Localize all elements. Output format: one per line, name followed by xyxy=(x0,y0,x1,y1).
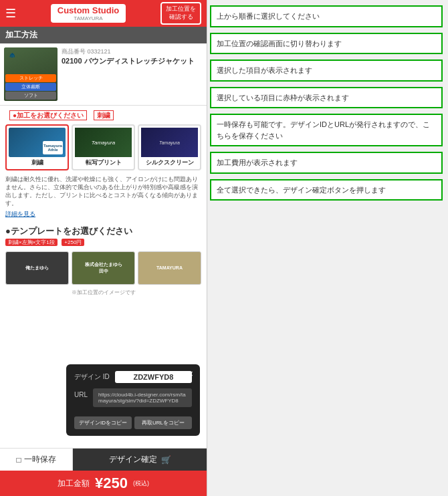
popup-design-id-value: ZDZWFYD8 xyxy=(115,371,192,383)
bottom-bar: □ 一時保存 デザイン確定 🛒 xyxy=(0,448,207,471)
product-code: 商品番号 0332121 xyxy=(62,47,203,56)
method-card-transfer[interactable]: Tamayura 転写プリント xyxy=(72,124,135,170)
callout-panel: 上から順番に選択してください 加工位置の確認画面に切り替わります 選択した項目が… xyxy=(207,0,448,496)
confirm-label: デザイン確定 xyxy=(109,454,157,465)
app-header: ☰ Custom Studio TAMAYURA 加工位置を 確認する xyxy=(0,0,207,27)
embroidery-label: 刺繍 xyxy=(9,158,66,167)
brand-sub: TAMAYURA xyxy=(74,15,102,21)
transfer-label: 転写プリント xyxy=(75,158,132,167)
callout-box-7: 全て選択できたら、デザイン確定ボタンを押します xyxy=(210,179,443,201)
callout-row-1: 上から順番に選択してください xyxy=(210,5,445,27)
tag-stretch: ストレッチ xyxy=(5,74,56,82)
template-sub-badge: 刺繍×左胸×文字1段 xyxy=(5,239,58,246)
processing-select-label: ●加工をお選びください 刺繍 xyxy=(0,106,207,122)
brand-name: Custom Studio xyxy=(58,5,119,15)
price-label: 加工金額 xyxy=(58,478,90,489)
template-sub-price: +250円 xyxy=(62,239,84,246)
callout-box-6: 加工費用が表示されます xyxy=(210,152,443,174)
cart-icon: 🛒 xyxy=(161,455,171,465)
processing-description: 刺繍は耐久性に優れ、洗濯や乾燥にも強く、アイロンがけにも問題ありません。さらに、… xyxy=(0,173,207,211)
template-select-label: ●テンプレートをお選びください xyxy=(0,221,207,239)
product-name: 02100 バウンディストレッチジャケット xyxy=(62,56,203,66)
method-card-silkscreen[interactable]: Tamayura シルクスクリーン xyxy=(138,124,201,170)
silkscreen-label: シルクスクリーン xyxy=(141,158,198,167)
price-tax-note: (税込) xyxy=(133,479,149,488)
selected-method-badge: 刺繍 xyxy=(94,110,114,120)
popup-buttons: デザインIDをコピー 再取URLをコピー xyxy=(74,416,192,429)
product-info: 商品番号 0332121 02100 バウンディストレッチジャケット xyxy=(62,47,203,101)
callout-row-3: 選択した項目が表示されます xyxy=(210,59,445,82)
template-card-1[interactable]: 俺たまゆら xyxy=(5,251,69,285)
callouts-wrapper: 上から順番に選択してください 加工位置の確認画面に切り替わります 選択した項目が… xyxy=(207,0,448,210)
confirm-position-button[interactable]: 加工位置を 確認する xyxy=(160,2,201,24)
copy-design-id-button[interactable]: デザインIDをコピー xyxy=(74,416,132,429)
save-label: 一時保存 xyxy=(24,454,56,465)
template-note: ※加工位置のイメージです xyxy=(0,287,207,299)
callout-row-2: 加工位置の確認画面に切り替わります xyxy=(210,33,445,55)
callout-box-5: 一時保存も可能です。デザインIDとURLが発行されますので、こちらを保存ください xyxy=(210,114,443,146)
method-card-embroidery[interactable]: 刺繍 TamayuraAthle 刺繍 xyxy=(5,124,69,170)
template-card-2[interactable]: 株式会社たまゆら 田中 xyxy=(72,251,135,285)
embroidery-image: 刺繍 TamayuraAthle xyxy=(9,128,66,157)
save-button[interactable]: □ 一時保存 xyxy=(0,449,73,471)
template-card-3[interactable]: TAMAYURA xyxy=(138,251,201,285)
save-checkbox-icon: □ xyxy=(16,455,21,465)
callout-box-4: 選択している項目に赤枠が表示されます xyxy=(210,87,443,109)
callout-box-2: 加工位置の確認画面に切り替わります xyxy=(210,33,443,55)
product-image: 🧥 ストレッチ 立体裁断 ソフト xyxy=(4,47,58,101)
popup-url-value: https://cloud4b.i-designer.com/rsm/tamay… xyxy=(93,388,192,407)
popup-url-label: URL xyxy=(74,391,88,398)
design-id-popup: × デザイン ID ZDZWFYD8 URL https://cloud4b.i… xyxy=(66,364,200,436)
tag-soft: ソフト xyxy=(5,92,56,100)
price-amount: ¥250 xyxy=(95,475,128,492)
tag-cut: 立体裁断 xyxy=(5,83,56,91)
method-cards-container: 刺繍 TamayuraAthle 刺繍 Tamayura 転写プリント Tama… xyxy=(0,122,207,173)
callout-row-6: 加工費用が表示されます xyxy=(210,152,445,174)
template-cards-container: 俺たまゆら 株式会社たまゆら 田中 TAMAYURA xyxy=(0,249,207,287)
transfer-image: Tamayura xyxy=(75,128,132,157)
popup-close-button[interactable]: × xyxy=(188,368,193,379)
callout-row-4: 選択している項目に赤枠が表示されます xyxy=(210,87,445,109)
callout-box-3: 選択した項目が表示されます xyxy=(210,59,443,82)
callout-row-5: 一時保存も可能です。デザインIDとURLが発行されますので、こちらを保存ください xyxy=(210,114,445,146)
design-confirm-button[interactable]: デザイン確定 🛒 xyxy=(73,449,207,471)
read-more-link[interactable]: 詳細を見る xyxy=(0,211,207,221)
popup-design-id-label: デザイン ID xyxy=(74,372,110,382)
silkscreen-image: Tamayura xyxy=(141,128,198,157)
product-area: 🧥 ストレッチ 立体裁断 ソフト 商品番号 0332121 02100 バウンデ… xyxy=(0,43,207,106)
phone-panel: ☰ Custom Studio TAMAYURA 加工位置を 確認する 加工方法… xyxy=(0,0,207,496)
callout-row-7: 全て選択できたら、デザイン確定ボタンを押します xyxy=(210,179,445,201)
callout-box-1: 上から順番に選択してください xyxy=(210,5,443,27)
copy-url-button[interactable]: 再取URLをコピー xyxy=(134,416,192,429)
price-bar: 加工金額 ¥250 (税込) xyxy=(0,471,207,496)
template-sublabel: 刺繍×左胸×文字1段 +250円 xyxy=(0,239,207,249)
brand-logo: Custom Studio TAMAYURA xyxy=(51,4,126,23)
menu-icon[interactable]: ☰ xyxy=(5,7,16,19)
section-title: 加工方法 xyxy=(0,27,207,43)
